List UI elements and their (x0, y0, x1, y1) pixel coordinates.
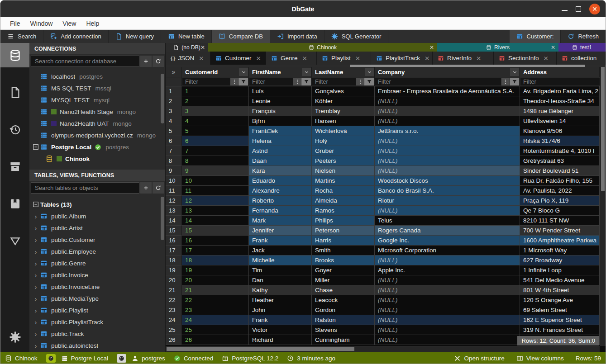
cell-fn[interactable]: Alexandre (249, 186, 312, 196)
cell-co[interactable]: Google Inc. (375, 236, 520, 246)
close-group-icon[interactable]: ✕ (200, 44, 205, 51)
row-number[interactable]: 19 (166, 265, 182, 275)
cell-co[interactable]: (NULL) (375, 335, 520, 345)
row-number[interactable]: 26 (166, 335, 182, 345)
cell-id[interactable]: 11 (182, 186, 249, 196)
cell-ln[interactable]: Rocha (312, 186, 375, 196)
cell-fn[interactable]: Bjřrn (249, 116, 312, 126)
activity-cell-data[interactable] (0, 228, 29, 253)
cell-fn[interactable]: Frank (249, 236, 312, 246)
cell-co[interactable]: (NULL) (375, 106, 520, 116)
cell-ln[interactable]: Wichterlová (312, 126, 375, 136)
expand-chevron-icon[interactable]: › (32, 307, 39, 314)
table-item-public-playlist[interactable]: ›public.Playlist (32, 304, 165, 316)
cell-id[interactable]: 20 (182, 275, 249, 285)
cell-co[interactable]: (NULL) (375, 255, 520, 265)
cell-co[interactable]: (NULL) (375, 305, 520, 315)
cell-ln[interactable]: Martins (312, 176, 375, 186)
cell-co[interactable]: (NULL) (375, 275, 520, 285)
expand-chevron-icon[interactable]: › (32, 248, 39, 255)
cell-id[interactable]: 24 (182, 315, 249, 325)
cell-ad[interactable]: Theodor-Heuss-Straße 34 (520, 96, 600, 106)
expand-chevron-icon[interactable]: › (32, 330, 39, 338)
cell-ad[interactable]: 541 Del Medio Avenue (520, 275, 600, 285)
tables-refresh-button[interactable] (153, 182, 164, 194)
expand-chevron-icon[interactable]: › (32, 342, 39, 350)
cell-co[interactable]: (NULL) (375, 146, 520, 156)
cell-fn[interactable]: Roberto (249, 196, 312, 206)
cell-id[interactable]: 15 (182, 226, 249, 236)
grid-vertical-scrollbar[interactable] (600, 67, 606, 346)
cell-co[interactable]: (NULL) (375, 206, 520, 216)
cell-id[interactable]: 25 (182, 325, 249, 335)
cell-ln[interactable]: Gruber (312, 146, 375, 156)
cell-id[interactable]: 19 (182, 265, 249, 275)
cell-fn[interactable]: John (249, 305, 312, 315)
connection-item-nano2health-stage[interactable]: Nano2Health Stagemongo (32, 106, 165, 118)
tab-customer[interactable]: Customer✕ (210, 52, 266, 65)
tables-scrollbar-thumb[interactable] (161, 197, 164, 240)
expand-chevron-icon[interactable]: › (32, 260, 39, 267)
theme-badge[interactable] (46, 354, 56, 363)
cell-ad[interactable]: Praça Pio X, 119 (520, 196, 600, 206)
row-number[interactable]: 8 (166, 156, 182, 166)
table-item-public-invoice[interactable]: ›public.Invoice (32, 269, 165, 281)
close-tab-icon[interactable]: ✕ (476, 55, 481, 62)
cell-fn[interactable]: Leonie (249, 96, 312, 106)
toolbar-compare-db-button[interactable]: Compare DB (212, 30, 270, 43)
toolbar-add-connection-button[interactable]: Add connection (43, 30, 109, 43)
expand-chevron-icon[interactable]: › (32, 213, 39, 220)
cell-co[interactable]: Woodstock Discos (375, 176, 520, 186)
cell-ad[interactable]: 627 Broadway (520, 255, 600, 265)
close-tab-icon[interactable]: ✕ (355, 55, 360, 62)
cell-co[interactable]: Riotur (375, 196, 520, 206)
table-item-public-album[interactable]: ›public.Album (32, 210, 165, 222)
toolbar-import-data-button[interactable]: Import data (270, 30, 324, 43)
activity-plugins[interactable] (0, 191, 29, 216)
cell-ln[interactable]: Chase (312, 285, 375, 295)
cell-id[interactable]: 12 (182, 196, 249, 206)
tab-riverinfo[interactable]: RiverInfo✕ (433, 52, 494, 65)
cell-fn[interactable]: Michelle (249, 255, 312, 265)
menu-file[interactable]: File (5, 20, 25, 27)
theme-badge[interactable] (117, 354, 126, 363)
cell-id[interactable]: 1 (182, 86, 249, 96)
filter-input-customerid[interactable] (182, 78, 230, 85)
row-number[interactable]: 5 (166, 126, 182, 136)
filter-input-company[interactable] (375, 78, 501, 85)
cell-co[interactable]: (NULL) (375, 136, 520, 146)
cell-id[interactable]: 14 (182, 216, 249, 226)
filter-funnel-icon[interactable] (239, 78, 248, 85)
minimize-button[interactable] (562, 10, 568, 11)
cell-ln[interactable]: Holý (312, 136, 375, 146)
cell-id[interactable]: 5 (182, 126, 249, 136)
tab-json[interactable]: {-}JSON✕ (166, 52, 210, 65)
cell-ad[interactable]: Klanova 9/506 (520, 126, 600, 136)
cell-ln[interactable]: Nielsen (312, 166, 375, 176)
column-header-address[interactable]: Address (520, 67, 600, 77)
cell-ad[interactable]: 1600 Amphitheatre Parkwa (520, 236, 600, 246)
cell-id[interactable]: 2 (182, 96, 249, 106)
grid-corner-cell[interactable]: » (166, 67, 182, 77)
menu-view[interactable]: View (57, 20, 81, 27)
close-tab-icon[interactable]: ✕ (425, 55, 429, 62)
cell-ad[interactable]: 1 Microsoft Way (520, 246, 600, 255)
cell-ln[interactable]: Köhler (312, 96, 375, 106)
cell-fn[interactable]: Frank (249, 315, 312, 325)
cell-id[interactable]: 13 (182, 206, 249, 216)
row-number[interactable]: 14 (166, 216, 182, 226)
cell-id[interactable]: 4 (182, 116, 249, 126)
cell-id[interactable]: 8 (182, 156, 249, 166)
cell-id[interactable]: 22 (182, 295, 249, 305)
cell-fn[interactable]: Jennifer (249, 226, 312, 236)
status-open-structure[interactable]: Open structure (454, 355, 504, 362)
table-item-public-artist[interactable]: ›public.Artist (32, 222, 165, 234)
row-number[interactable]: 23 (166, 305, 182, 315)
cell-ln[interactable]: Almeida (312, 196, 375, 206)
cell-ad[interactable]: 700 W Pender Street (520, 226, 600, 236)
cell-ad[interactable]: 8210 111 ST NW (520, 216, 600, 226)
cell-fn[interactable]: Heather (249, 295, 312, 305)
cell-id[interactable]: 16 (182, 236, 249, 246)
row-number[interactable]: 1 (166, 86, 182, 96)
cell-co[interactable]: Apple Inc. (375, 265, 520, 275)
